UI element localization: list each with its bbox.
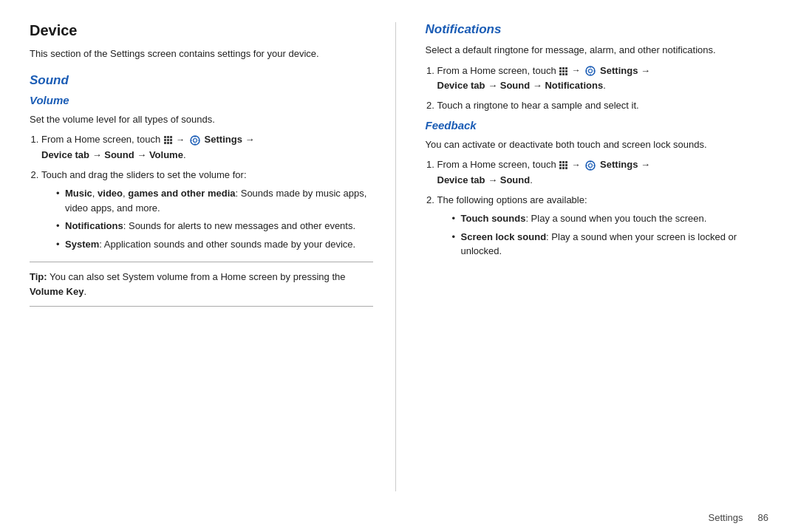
left-column: Device This section of the Settings scre… <box>30 22 396 491</box>
notif-path: Device tab → Sound → Notifications <box>437 80 604 91</box>
volume-title: Volume <box>30 94 373 106</box>
feedback-path: Device tab → Sound <box>437 174 531 185</box>
svg-point-1 <box>193 138 197 142</box>
settings-text-1: Settings → <box>205 134 255 145</box>
notif-step2-text: Touch a ringtone to hear a sample and se… <box>437 100 639 111</box>
volume-bullet-notifications: Notifications: Sounds for alerts to new … <box>56 219 373 233</box>
volume-step-2: Touch and drag the sliders to set the vo… <box>41 168 373 252</box>
feedback-step-1: From a Home screen, touch → <box>437 157 769 188</box>
volume-bullet-system: System: Application sounds and other sou… <box>56 237 373 252</box>
feedback-steps: From a Home screen, touch → <box>426 157 769 259</box>
settings-icon-2 <box>585 66 596 76</box>
content-area: Device This section of the Settings scre… <box>0 0 798 506</box>
device-title: Device <box>30 22 373 39</box>
apps-icon <box>164 136 172 144</box>
apps-icon-3 <box>559 161 567 169</box>
feedback-step-2: The following options are available: Tou… <box>437 193 769 259</box>
settings-text-2: Settings → <box>600 65 650 76</box>
volume-desc: Set the volume level for all types of so… <box>30 112 373 127</box>
arrow-icon-1: → <box>176 133 185 147</box>
feedback-title: Feedback <box>426 119 769 132</box>
arrow-icon-2: → <box>572 64 581 78</box>
right-column: Notifications Select a default ringtone … <box>396 22 769 491</box>
notifications-desc: Select a default ringtone for message, a… <box>426 43 769 58</box>
notif-step-2: Touch a ringtone to hear a sample and se… <box>437 98 769 113</box>
feedback-desc: You can activate or deactivate both touc… <box>426 137 769 152</box>
volume-path: Device tab → Sound → Volume <box>41 149 183 160</box>
tip-end: . <box>83 286 86 297</box>
volume-bullet-list: Music, video, games and other media: Sou… <box>47 186 373 251</box>
device-desc: This section of the Settings screen cont… <box>30 47 373 61</box>
footer-page-number: 86 <box>758 512 768 523</box>
settings-icon-3 <box>585 160 596 171</box>
svg-point-13 <box>589 163 593 167</box>
notif-step1-text: From a Home screen, touch → <box>437 65 651 92</box>
feedback-bullet-touch: Touch sounds: Play a sound when you touc… <box>452 211 769 226</box>
arrow-icon-3: → <box>572 158 581 172</box>
sound-title: Sound <box>30 73 373 88</box>
svg-point-7 <box>589 69 593 73</box>
tip-box: Tip: You can also set System volume from… <box>30 262 373 307</box>
footer-page-info: Settings 86 <box>709 512 768 523</box>
volume-step2-text: Touch and drag the sliders to set the vo… <box>41 169 247 180</box>
notifications-steps: From a Home screen, touch → <box>426 64 769 113</box>
tip-text: You can also set System volume from a Ho… <box>47 271 346 282</box>
footer: Settings 86 <box>0 506 798 532</box>
notif-step-1: From a Home screen, touch → <box>437 64 769 95</box>
notifications-title: Notifications <box>426 22 769 37</box>
volume-bullet-music: Music, video, games and other media: Sou… <box>56 186 373 215</box>
page-container: Device This section of the Settings scre… <box>0 0 798 532</box>
feedback-step1-text: From a Home screen, touch → <box>437 159 651 185</box>
feedback-bullet-screenlock: Screen lock sound: Play a sound when you… <box>452 230 769 259</box>
settings-icon-1 <box>190 135 200 146</box>
feedback-bullet-list: Touch sounds: Play a sound when you touc… <box>443 211 769 259</box>
volume-steps: From a Home screen, touch → <box>30 132 373 251</box>
tip-bold2: Volume Key <box>30 286 83 297</box>
feedback-step2-text: The following options are available: <box>437 194 587 205</box>
volume-step1-text: From a Home screen, touch → <box>41 134 255 160</box>
volume-step-1: From a Home screen, touch → <box>41 132 373 163</box>
apps-icon-2 <box>559 67 567 75</box>
tip-bold: Tip: <box>30 271 47 282</box>
footer-settings-label: Settings <box>709 512 743 523</box>
settings-text-3: Settings → <box>600 159 650 170</box>
